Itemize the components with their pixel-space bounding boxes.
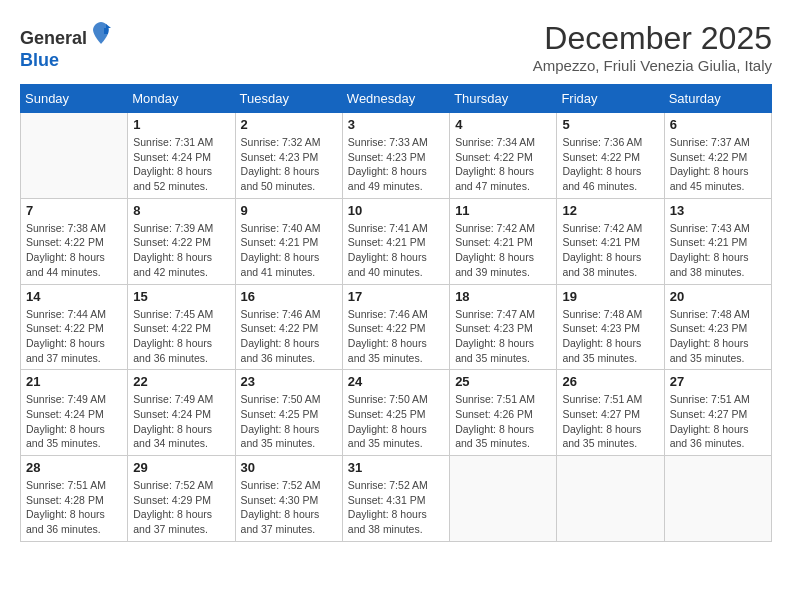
header-sunday: Sunday <box>21 85 128 113</box>
header-thursday: Thursday <box>450 85 557 113</box>
day-number: 15 <box>133 289 229 304</box>
calendar-cell: 24Sunrise: 7:50 AM Sunset: 4:25 PM Dayli… <box>342 370 449 456</box>
calendar-cell: 8Sunrise: 7:39 AM Sunset: 4:22 PM Daylig… <box>128 198 235 284</box>
header-friday: Friday <box>557 85 664 113</box>
day-info: Sunrise: 7:48 AM Sunset: 4:23 PM Dayligh… <box>562 307 658 366</box>
calendar-cell <box>664 456 771 542</box>
day-info: Sunrise: 7:44 AM Sunset: 4:22 PM Dayligh… <box>26 307 122 366</box>
calendar-cell: 23Sunrise: 7:50 AM Sunset: 4:25 PM Dayli… <box>235 370 342 456</box>
logo-blue: Blue <box>20 50 59 70</box>
day-info: Sunrise: 7:49 AM Sunset: 4:24 PM Dayligh… <box>133 392 229 451</box>
day-number: 19 <box>562 289 658 304</box>
day-info: Sunrise: 7:45 AM Sunset: 4:22 PM Dayligh… <box>133 307 229 366</box>
day-number: 24 <box>348 374 444 389</box>
calendar-cell: 19Sunrise: 7:48 AM Sunset: 4:23 PM Dayli… <box>557 284 664 370</box>
day-number: 27 <box>670 374 766 389</box>
day-info: Sunrise: 7:51 AM Sunset: 4:27 PM Dayligh… <box>562 392 658 451</box>
header-tuesday: Tuesday <box>235 85 342 113</box>
calendar-cell: 30Sunrise: 7:52 AM Sunset: 4:30 PM Dayli… <box>235 456 342 542</box>
calendar-cell: 29Sunrise: 7:52 AM Sunset: 4:29 PM Dayli… <box>128 456 235 542</box>
day-number: 3 <box>348 117 444 132</box>
calendar-cell: 27Sunrise: 7:51 AM Sunset: 4:27 PM Dayli… <box>664 370 771 456</box>
day-info: Sunrise: 7:47 AM Sunset: 4:23 PM Dayligh… <box>455 307 551 366</box>
calendar-cell: 2Sunrise: 7:32 AM Sunset: 4:23 PM Daylig… <box>235 113 342 199</box>
day-info: Sunrise: 7:38 AM Sunset: 4:22 PM Dayligh… <box>26 221 122 280</box>
day-info: Sunrise: 7:42 AM Sunset: 4:21 PM Dayligh… <box>562 221 658 280</box>
day-info: Sunrise: 7:52 AM Sunset: 4:31 PM Dayligh… <box>348 478 444 537</box>
day-number: 10 <box>348 203 444 218</box>
day-info: Sunrise: 7:37 AM Sunset: 4:22 PM Dayligh… <box>670 135 766 194</box>
day-number: 23 <box>241 374 337 389</box>
calendar-cell: 4Sunrise: 7:34 AM Sunset: 4:22 PM Daylig… <box>450 113 557 199</box>
calendar-cell: 16Sunrise: 7:46 AM Sunset: 4:22 PM Dayli… <box>235 284 342 370</box>
calendar-week-row: 7Sunrise: 7:38 AM Sunset: 4:22 PM Daylig… <box>21 198 772 284</box>
day-info: Sunrise: 7:39 AM Sunset: 4:22 PM Dayligh… <box>133 221 229 280</box>
calendar-cell: 25Sunrise: 7:51 AM Sunset: 4:26 PM Dayli… <box>450 370 557 456</box>
calendar-cell: 3Sunrise: 7:33 AM Sunset: 4:23 PM Daylig… <box>342 113 449 199</box>
calendar-week-row: 28Sunrise: 7:51 AM Sunset: 4:28 PM Dayli… <box>21 456 772 542</box>
header-wednesday: Wednesday <box>342 85 449 113</box>
day-info: Sunrise: 7:43 AM Sunset: 4:21 PM Dayligh… <box>670 221 766 280</box>
logo: General Blue <box>20 20 113 71</box>
day-info: Sunrise: 7:32 AM Sunset: 4:23 PM Dayligh… <box>241 135 337 194</box>
calendar-cell: 17Sunrise: 7:46 AM Sunset: 4:22 PM Dayli… <box>342 284 449 370</box>
day-info: Sunrise: 7:31 AM Sunset: 4:24 PM Dayligh… <box>133 135 229 194</box>
day-number: 1 <box>133 117 229 132</box>
calendar-cell: 9Sunrise: 7:40 AM Sunset: 4:21 PM Daylig… <box>235 198 342 284</box>
calendar-cell: 21Sunrise: 7:49 AM Sunset: 4:24 PM Dayli… <box>21 370 128 456</box>
day-info: Sunrise: 7:52 AM Sunset: 4:29 PM Dayligh… <box>133 478 229 537</box>
day-number: 18 <box>455 289 551 304</box>
day-info: Sunrise: 7:51 AM Sunset: 4:27 PM Dayligh… <box>670 392 766 451</box>
day-info: Sunrise: 7:50 AM Sunset: 4:25 PM Dayligh… <box>348 392 444 451</box>
day-number: 12 <box>562 203 658 218</box>
day-info: Sunrise: 7:52 AM Sunset: 4:30 PM Dayligh… <box>241 478 337 537</box>
day-number: 2 <box>241 117 337 132</box>
calendar-cell: 5Sunrise: 7:36 AM Sunset: 4:22 PM Daylig… <box>557 113 664 199</box>
logo-icon <box>89 20 113 44</box>
calendar-cell: 10Sunrise: 7:41 AM Sunset: 4:21 PM Dayli… <box>342 198 449 284</box>
calendar-week-row: 1Sunrise: 7:31 AM Sunset: 4:24 PM Daylig… <box>21 113 772 199</box>
calendar-header-row: Sunday Monday Tuesday Wednesday Thursday… <box>21 85 772 113</box>
day-info: Sunrise: 7:50 AM Sunset: 4:25 PM Dayligh… <box>241 392 337 451</box>
day-number: 31 <box>348 460 444 475</box>
day-info: Sunrise: 7:42 AM Sunset: 4:21 PM Dayligh… <box>455 221 551 280</box>
day-info: Sunrise: 7:46 AM Sunset: 4:22 PM Dayligh… <box>241 307 337 366</box>
calendar-cell <box>450 456 557 542</box>
day-info: Sunrise: 7:46 AM Sunset: 4:22 PM Dayligh… <box>348 307 444 366</box>
calendar-cell: 14Sunrise: 7:44 AM Sunset: 4:22 PM Dayli… <box>21 284 128 370</box>
day-number: 17 <box>348 289 444 304</box>
day-number: 5 <box>562 117 658 132</box>
day-number: 30 <box>241 460 337 475</box>
day-number: 11 <box>455 203 551 218</box>
location-subtitle: Ampezzo, Friuli Venezia Giulia, Italy <box>533 57 772 74</box>
day-number: 28 <box>26 460 122 475</box>
day-number: 25 <box>455 374 551 389</box>
day-info: Sunrise: 7:36 AM Sunset: 4:22 PM Dayligh… <box>562 135 658 194</box>
month-title: December 2025 <box>533 20 772 57</box>
calendar-cell <box>21 113 128 199</box>
calendar-cell: 7Sunrise: 7:38 AM Sunset: 4:22 PM Daylig… <box>21 198 128 284</box>
logo-general: General <box>20 28 87 48</box>
calendar-cell: 15Sunrise: 7:45 AM Sunset: 4:22 PM Dayli… <box>128 284 235 370</box>
calendar-week-row: 14Sunrise: 7:44 AM Sunset: 4:22 PM Dayli… <box>21 284 772 370</box>
day-info: Sunrise: 7:33 AM Sunset: 4:23 PM Dayligh… <box>348 135 444 194</box>
day-number: 6 <box>670 117 766 132</box>
calendar-cell: 31Sunrise: 7:52 AM Sunset: 4:31 PM Dayli… <box>342 456 449 542</box>
day-info: Sunrise: 7:48 AM Sunset: 4:23 PM Dayligh… <box>670 307 766 366</box>
day-number: 26 <box>562 374 658 389</box>
calendar-cell <box>557 456 664 542</box>
calendar-cell: 11Sunrise: 7:42 AM Sunset: 4:21 PM Dayli… <box>450 198 557 284</box>
day-number: 20 <box>670 289 766 304</box>
day-info: Sunrise: 7:40 AM Sunset: 4:21 PM Dayligh… <box>241 221 337 280</box>
day-number: 4 <box>455 117 551 132</box>
day-info: Sunrise: 7:34 AM Sunset: 4:22 PM Dayligh… <box>455 135 551 194</box>
day-info: Sunrise: 7:51 AM Sunset: 4:28 PM Dayligh… <box>26 478 122 537</box>
day-info: Sunrise: 7:41 AM Sunset: 4:21 PM Dayligh… <box>348 221 444 280</box>
calendar-cell: 20Sunrise: 7:48 AM Sunset: 4:23 PM Dayli… <box>664 284 771 370</box>
calendar-cell: 12Sunrise: 7:42 AM Sunset: 4:21 PM Dayli… <box>557 198 664 284</box>
day-number: 13 <box>670 203 766 218</box>
day-info: Sunrise: 7:51 AM Sunset: 4:26 PM Dayligh… <box>455 392 551 451</box>
day-number: 21 <box>26 374 122 389</box>
day-number: 9 <box>241 203 337 218</box>
calendar-cell: 1Sunrise: 7:31 AM Sunset: 4:24 PM Daylig… <box>128 113 235 199</box>
